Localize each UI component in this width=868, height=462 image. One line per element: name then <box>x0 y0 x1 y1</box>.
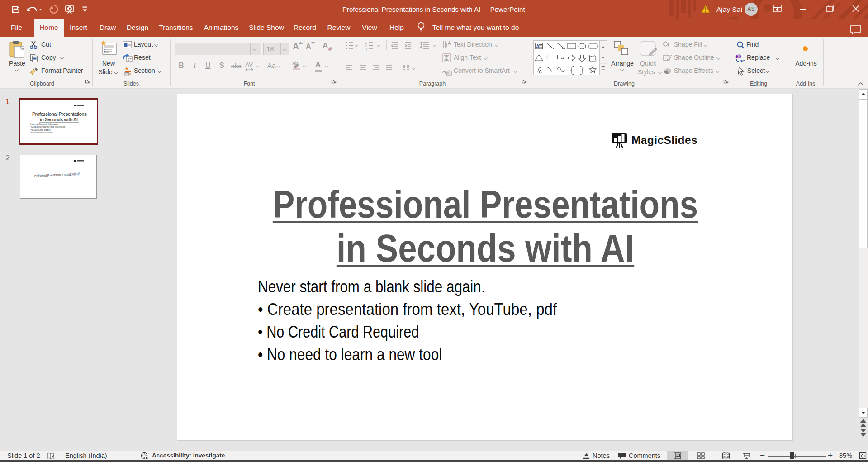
svg-text:ac: ac <box>740 58 745 63</box>
svg-text:• No need to learn a new tool: • No need to learn a new tool <box>30 131 53 134</box>
svg-text:A: A <box>536 44 539 49</box>
svg-text:A: A <box>448 41 451 46</box>
svg-text:Professional Presentations in: Professional Presentations in seconds wi… <box>34 171 80 178</box>
svg-text:2: 2 <box>365 44 367 48</box>
svg-text:• Create presentation from tex: • Create presentation from text, YouTube… <box>30 125 66 128</box>
svg-text:in Seconds with AI: in Seconds with AI <box>40 117 78 122</box>
svg-text:1: 1 <box>365 41 367 44</box>
svg-text:3: 3 <box>365 48 367 51</box>
svg-text:Professional Presentations: Professional Presentations <box>32 111 87 117</box>
svg-text:Never start from a blank slide: Never start from a blank slide again. <box>30 123 58 125</box>
